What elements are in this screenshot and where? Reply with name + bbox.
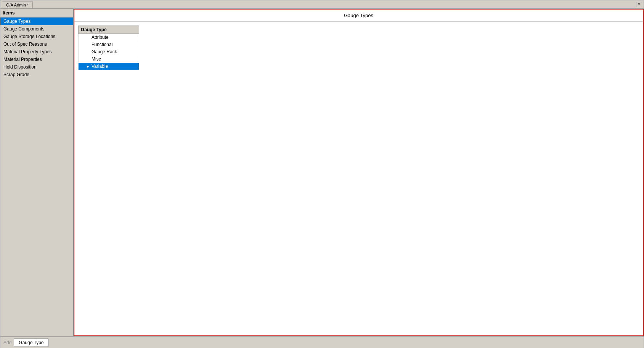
- sidebar-item-out-of-spec-reasons[interactable]: Out of Spec Reasons: [0, 40, 73, 48]
- main-window: Q/A Admin * × Items Gauge Types Gauge Co…: [0, 0, 644, 348]
- content-area: Gauge Types Gauge Type Attribute Functio…: [74, 9, 644, 336]
- sidebar-item-material-properties[interactable]: Material Properties: [0, 56, 73, 63]
- sidebar-item-scrap-grade[interactable]: Scrap Grade: [0, 71, 73, 78]
- expand-arrow-icon: ►: [86, 64, 90, 69]
- title-bar: Q/A Admin * ×: [0, 0, 644, 9]
- add-gauge-type-button[interactable]: Gauge Type: [14, 338, 48, 347]
- sidebar-item-gauge-types[interactable]: Gauge Types: [0, 18, 73, 25]
- tree-header: Gauge Type: [78, 26, 139, 34]
- window-title: Q/A Admin *: [6, 3, 29, 7]
- add-label: Add: [3, 340, 11, 345]
- main-area: Items Gauge Types Gauge Components Gauge…: [0, 9, 644, 336]
- tree-item-attribute[interactable]: Attribute: [78, 34, 139, 41]
- content-body: Gauge Type Attribute Functional Gauge Ra…: [74, 22, 643, 335]
- sidebar-item-gauge-storage-locations[interactable]: Gauge Storage Locations: [0, 33, 73, 40]
- footer-bar: Add Gauge Type: [0, 336, 644, 348]
- close-button[interactable]: ×: [636, 2, 642, 7]
- sidebar: Items Gauge Types Gauge Components Gauge…: [0, 9, 74, 336]
- tree-item-functional[interactable]: Functional: [78, 41, 139, 48]
- sidebar-item-gauge-components[interactable]: Gauge Components: [0, 25, 73, 33]
- sidebar-item-held-disposition[interactable]: Held Disposition: [0, 63, 73, 71]
- content-title: Gauge Types: [74, 10, 643, 22]
- tree-item-variable[interactable]: ► Variable: [78, 63, 139, 70]
- window-tab[interactable]: Q/A Admin *: [2, 2, 33, 8]
- tree-item-misc[interactable]: Misc: [78, 56, 139, 63]
- sidebar-item-material-property-types[interactable]: Material Property Types: [0, 48, 73, 56]
- close-icon: ×: [638, 2, 640, 6]
- sidebar-header: Items: [0, 9, 73, 18]
- tree-container: Gauge Type Attribute Functional Gauge Ra…: [78, 26, 139, 70]
- tree-item-gauge-rack[interactable]: Gauge Rack: [78, 48, 139, 56]
